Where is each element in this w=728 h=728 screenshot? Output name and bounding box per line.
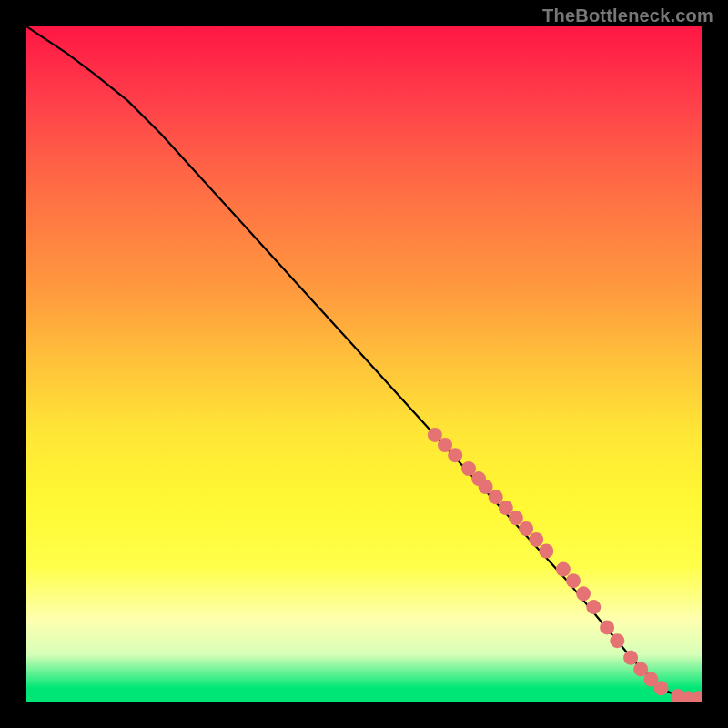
plot-background: [26, 26, 702, 702]
attribution-text: TheBottleneck.com: [542, 5, 713, 26]
chart-container: TheBottleneck.com: [0, 0, 728, 728]
